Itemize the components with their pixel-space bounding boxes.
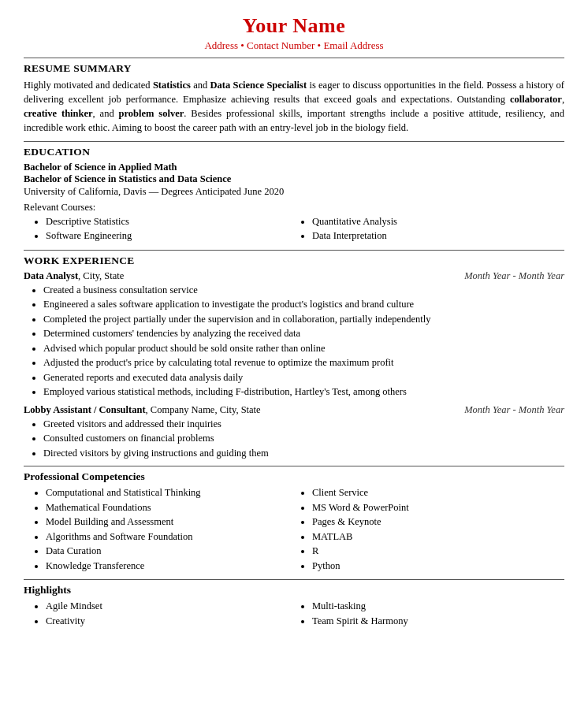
education-title: EDUCATION	[24, 146, 564, 158]
list-item: Multi-tasking	[312, 600, 564, 614]
resume-page: Your Name Address • Contact Number • Ema…	[0, 0, 588, 646]
job2-title: Lobby Assistant / Consultant	[24, 404, 146, 415]
list-item: Agile Mindset	[46, 600, 298, 614]
job2-dates: Month Year - Month Year	[464, 404, 564, 416]
job1-header: Data Analyst, City, State Month Year - M…	[24, 270, 564, 282]
summary-text: Highly motivated and dedicated Statistic…	[24, 78, 564, 136]
list-item: MATLAB	[312, 530, 564, 544]
edu-courses-label: Relevant Courses:	[24, 202, 564, 214]
competencies-col1: Computational and Statistical Thinking M…	[32, 486, 298, 574]
edu-courses-list: Descriptive Statistics Software Engineer…	[32, 215, 564, 244]
divider-education	[24, 141, 564, 142]
edu-degree2: Bachelor of Science in Statistics and Da…	[24, 173, 564, 185]
list-item: Python	[312, 559, 564, 574]
list-item: Creativity	[46, 615, 298, 629]
divider-competencies	[24, 466, 564, 466]
edu-courses-col1: Descriptive Statistics Software Engineer…	[32, 215, 298, 244]
highlights-col1: Agile Mindset Creativity	[32, 600, 298, 629]
list-item: Client Service	[312, 486, 564, 500]
highlights-list: Agile Mindset Creativity Multi-tasking T…	[32, 600, 564, 629]
highlights-section: Highlights Agile Mindset Creativity Mult…	[24, 584, 564, 629]
job1-bullets: Created a business consultation service …	[24, 284, 564, 400]
list-item: Model Building and Assessment	[46, 515, 298, 530]
list-item: Advised which popular product should be …	[43, 342, 564, 356]
list-item: Data Interpretation	[312, 229, 564, 243]
work-section: WORK EXPERIENCE Data Analyst, City, Stat…	[24, 255, 564, 461]
summary-section: RESUME SUMMARY Highly motivated and dedi…	[24, 62, 564, 136]
job1-dates: Month Year - Month Year	[464, 270, 564, 282]
list-item: Adjusted the product's price by calculat…	[43, 356, 564, 370]
list-item: Computational and Statistical Thinking	[46, 486, 298, 500]
list-item: Created a business consultation service	[43, 284, 564, 298]
list-item: Greeted visitors and addressed their inq…	[43, 418, 564, 432]
header-contact: Address • Contact Number • Email Address	[24, 39, 564, 52]
job1-title-company: Data Analyst, City, State	[24, 270, 124, 282]
header-section: Your Name Address • Contact Number • Ema…	[24, 14, 564, 52]
competencies-title: Professional Competencies	[24, 470, 564, 483]
competencies-section: Professional Competencies Computational …	[24, 470, 564, 574]
list-item: Knowledge Transference	[46, 559, 298, 574]
list-item: Software Engineering	[46, 229, 298, 243]
list-item: Descriptive Statistics	[46, 215, 298, 229]
job2-header: Lobby Assistant / Consultant, Company Na…	[24, 404, 564, 416]
list-item: Directed visitors by giving instructions…	[43, 447, 564, 461]
divider-highlights	[24, 579, 564, 580]
job1-title: Data Analyst	[24, 270, 78, 281]
list-item: Pages & Keynote	[312, 515, 564, 530]
work-title: WORK EXPERIENCE	[24, 255, 564, 267]
list-item: Employed various statistical methods, in…	[43, 385, 564, 400]
list-item: Data Curation	[46, 544, 298, 559]
edu-degree1: Bachelor of Science in Applied Math	[24, 162, 564, 173]
divider-summary	[24, 58, 564, 58]
list-item: Team Spirit & Harmony	[312, 615, 564, 629]
list-item: MS Word & PowerPoint	[312, 501, 564, 515]
education-section: EDUCATION Bachelor of Science in Applied…	[24, 146, 564, 244]
list-item: R	[312, 544, 564, 559]
list-item: Engineered a sales software application …	[43, 298, 564, 312]
edu-courses-col2: Quantitative Analysis Data Interpretatio…	[298, 215, 564, 244]
list-item: Mathematical Foundations	[46, 501, 298, 515]
list-item: Quantitative Analysis	[312, 215, 564, 229]
list-item: Algorithms and Software Foundation	[46, 530, 298, 544]
divider-work	[24, 250, 564, 251]
highlights-col2: Multi-tasking Team Spirit & Harmony	[298, 600, 564, 629]
list-item: Consulted customers on financial problem…	[43, 432, 564, 446]
header-name: Your Name	[24, 14, 564, 38]
edu-university: University of California, Davis — Degree…	[24, 186, 564, 198]
list-item: Completed the project partially under th…	[43, 313, 564, 327]
summary-title: RESUME SUMMARY	[24, 62, 564, 75]
competencies-col2: Client Service MS Word & PowerPoint Page…	[298, 486, 564, 574]
job2-bullets: Greeted visitors and addressed their inq…	[24, 418, 564, 461]
list-item: Determined customers' tendencies by anal…	[43, 327, 564, 341]
competencies-list: Computational and Statistical Thinking M…	[32, 486, 564, 574]
job2-title-company: Lobby Assistant / Consultant, Company Na…	[24, 404, 261, 416]
highlights-title: Highlights	[24, 584, 564, 596]
list-item: Generated reports and executed data anal…	[43, 371, 564, 385]
